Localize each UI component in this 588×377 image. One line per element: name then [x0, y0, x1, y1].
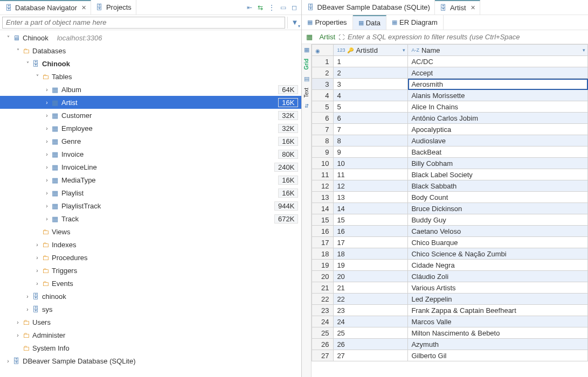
table-row[interactable]: 1818Chico Science & Nação Zumbi — [312, 248, 588, 260]
twist-icon[interactable]: › — [14, 319, 22, 325]
tree-item-playlist[interactable]: ›▦Playlist16K — [0, 186, 301, 199]
twist-icon[interactable]: ˅ — [14, 48, 22, 54]
rownum-cell[interactable]: 20 — [312, 271, 334, 282]
cell-name[interactable]: Milton Nascimento & Bebeto — [408, 327, 588, 339]
cell-artistid[interactable]: 18 — [334, 248, 408, 260]
cell-name[interactable]: Various Artists — [408, 282, 588, 294]
table-row[interactable]: 77Apocalyptica — [312, 124, 588, 135]
tree-item-chinook[interactable]: ˅🗄Chinook — [0, 57, 301, 70]
tree-item-sys[interactable]: ›🗄sys — [0, 303, 301, 316]
rownum-cell[interactable]: 1 — [312, 56, 334, 67]
rownum-cell[interactable]: 23 — [312, 305, 334, 316]
cell-artistid[interactable]: 7 — [334, 124, 408, 135]
nav-tab-projects[interactable]: 🗄Projects — [91, 0, 136, 15]
cell-name[interactable]: Billy Cobham — [408, 158, 588, 169]
cell-artistid[interactable]: 12 — [334, 180, 408, 192]
twist-icon[interactable]: ˅ — [33, 74, 41, 80]
twist-icon[interactable]: › — [43, 177, 51, 183]
grid-mode-icon[interactable]: ▦ — [304, 46, 309, 53]
cell-name[interactable]: Audioslave — [408, 135, 588, 146]
tree-item-chinook[interactable]: ›🗄chinook — [0, 290, 301, 303]
cell-name[interactable]: Apocalyptica — [408, 124, 588, 135]
cell-name[interactable]: Antônio Carlos Jobim — [408, 113, 588, 124]
table-row[interactable]: 2727Gilberto Gil — [312, 350, 588, 361]
close-icon[interactable]: ✕ — [81, 4, 86, 11]
navigator-tree[interactable]: ˅🖥Chinooklocalhost:3306˅🗀Databases˅🗄Chin… — [0, 30, 301, 377]
maximize-icon[interactable]: ◻ — [292, 4, 297, 11]
column-header-name[interactable]: A-ZName▾ — [408, 45, 588, 56]
rownum-cell[interactable]: 19 — [312, 260, 334, 271]
table-row[interactable]: 1010Billy Cobham — [312, 158, 588, 169]
minimize-icon[interactable]: ▭ — [280, 4, 286, 11]
rownum-cell[interactable]: 2 — [312, 67, 334, 79]
subtab-er-diagram[interactable]: ▦ER Diagram — [386, 15, 444, 30]
cell-artistid[interactable]: 6 — [334, 113, 408, 124]
text-mode-button[interactable]: Text — [303, 86, 309, 100]
table-row[interactable]: 2424Marcos Valle — [312, 316, 588, 327]
cell-artistid[interactable]: 10 — [334, 158, 408, 169]
focus-icon[interactable]: ⇤ — [247, 4, 252, 11]
twist-icon[interactable]: › — [4, 358, 12, 364]
tree-item-genre[interactable]: ›▦Genre16K — [0, 135, 301, 148]
rownum-cell[interactable]: 14 — [312, 203, 334, 214]
rownum-cell[interactable]: 17 — [312, 237, 334, 248]
sql-filter-input[interactable] — [348, 33, 585, 41]
filter-icon[interactable]: ▼ — [287, 17, 301, 29]
table-row[interactable]: 2525Milton Nascimento & Bebeto — [312, 327, 588, 339]
result-grid[interactable]: ◉123🔑ArtistId▾A-ZName▾ 11AC/DC22Accept33… — [312, 44, 588, 361]
cell-name[interactable]: Caetano Veloso — [408, 226, 588, 237]
cell-name[interactable]: Aerosmith — [408, 79, 588, 90]
cell-name[interactable]: Chico Buarque — [408, 237, 588, 248]
cell-artistid[interactable]: 2 — [334, 67, 408, 79]
table-row[interactable]: 2121Various Artists — [312, 282, 588, 294]
rownum-cell[interactable]: 21 — [312, 282, 334, 294]
table-row[interactable]: 1515Buddy Guy — [312, 214, 588, 226]
cell-name[interactable]: BackBeat — [408, 146, 588, 158]
tree-item-track[interactable]: ›▦Track672K — [0, 212, 301, 225]
tree-item-triggers[interactable]: ›🗀Triggers — [0, 264, 301, 277]
twist-icon[interactable]: › — [33, 281, 41, 287]
link-icon[interactable]: ⇆ — [258, 4, 263, 11]
menu-icon[interactable]: ⋮ — [268, 4, 275, 11]
cell-name[interactable]: Accept — [408, 67, 588, 79]
nav-search-input[interactable] — [2, 17, 285, 29]
cell-artistid[interactable]: 8 — [334, 135, 408, 146]
tree-item-indexes[interactable]: ›🗀Indexes — [0, 238, 301, 251]
cell-name[interactable]: Alice In Chains — [408, 101, 588, 113]
cell-artistid[interactable]: 13 — [334, 192, 408, 203]
cell-artistid[interactable]: 27 — [334, 350, 408, 361]
table-row[interactable]: 99BackBeat — [312, 146, 588, 158]
table-row[interactable]: 1616Caetano Veloso — [312, 226, 588, 237]
rownum-cell[interactable]: 13 — [312, 192, 334, 203]
rownum-cell[interactable]: 9 — [312, 146, 334, 158]
grid-mode-button[interactable]: Grid — [303, 57, 309, 72]
rownum-cell[interactable]: 25 — [312, 327, 334, 339]
cell-artistid[interactable]: 16 — [334, 226, 408, 237]
table-row[interactable]: 33Aerosmith — [312, 79, 588, 90]
tree-item-dbeaver-sample-database-(sqlite)[interactable]: ›🗄DBeaver Sample Database (SQLite) — [0, 354, 301, 367]
cell-artistid[interactable]: 21 — [334, 282, 408, 294]
rownum-cell[interactable]: 5 — [312, 101, 334, 113]
tree-item-playlisttrack[interactable]: ›▦PlaylistTrack944K — [0, 199, 301, 212]
rownum-cell[interactable]: 8 — [312, 135, 334, 146]
cell-name[interactable]: Azymuth — [408, 339, 588, 350]
cell-artistid[interactable]: 11 — [334, 169, 408, 180]
table-row[interactable]: 1919Cidade Negra — [312, 260, 588, 271]
chevron-down-icon[interactable]: ▾ — [403, 47, 405, 53]
rownum-cell[interactable]: 15 — [312, 214, 334, 226]
twist-icon[interactable]: › — [43, 125, 51, 131]
cell-name[interactable]: Alanis Morissette — [408, 90, 588, 101]
twist-icon[interactable]: › — [14, 332, 22, 338]
cell-artistid[interactable]: 1 — [334, 56, 408, 67]
cell-artistid[interactable]: 20 — [334, 271, 408, 282]
cell-name[interactable]: Chico Science & Nação Zumbi — [408, 248, 588, 260]
twist-icon[interactable]: › — [33, 242, 41, 248]
twist-icon[interactable]: › — [43, 216, 51, 222]
rownum-cell[interactable]: 4 — [312, 90, 334, 101]
tree-item-invoiceline[interactable]: ›▦InvoiceLine240K — [0, 160, 301, 173]
tree-item-customer[interactable]: ›▦Customer32K — [0, 109, 301, 122]
twist-icon[interactable]: › — [43, 138, 51, 144]
twist-icon[interactable]: › — [33, 268, 41, 274]
twist-icon[interactable]: › — [43, 151, 51, 157]
editor-tab-artist[interactable]: 🗄Artist✕ — [435, 0, 480, 15]
